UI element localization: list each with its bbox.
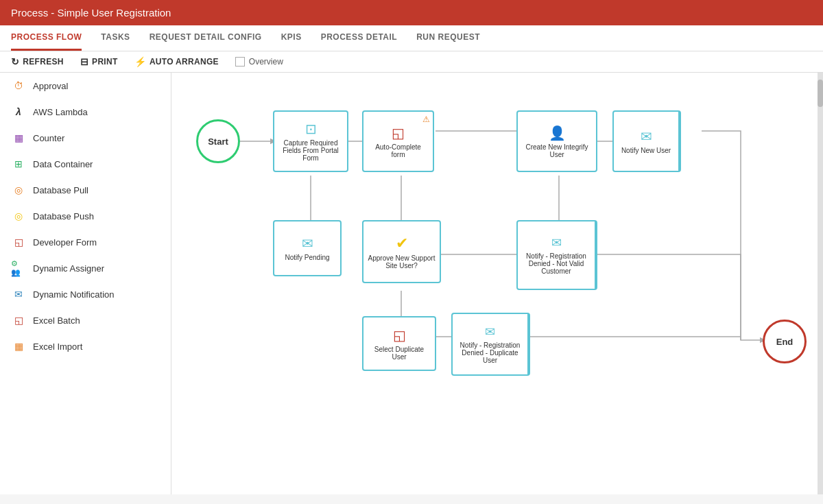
sidebar-item-label: Approval [33,81,68,91]
flow-connectors [171,73,823,494]
print-button[interactable]: ⊟ PRINT [80,56,118,67]
sidebar-item-aws-lambda[interactable]: λ AWS Lambda [0,99,171,125]
notify-denied-dup-icon: ✉ [485,324,495,339]
excel-import-icon: ▦ [11,339,26,354]
create-user-icon: 👤 [549,125,566,141]
sidebar-item-developer-form[interactable]: ◱ Developer Form [0,229,171,255]
node-label: Capture Required Fields From Portal Form [278,139,343,162]
excel-batch-icon: ◱ [11,313,26,328]
select-dup-icon: ◱ [393,327,406,344]
sidebar-item-label: Dynamic Assigner [33,263,104,274]
developer-form-icon: ◱ [11,235,26,250]
sidebar-item-dynamic-notification[interactable]: ✉ Dynamic Notification [0,281,171,307]
notify-denied-invalid-icon: ✉ [551,235,562,250]
scrollbar-thumb[interactable] [818,80,823,107]
node-capture[interactable]: ⊡ Capture Required Fields From Portal Fo… [273,110,348,172]
approve-icon: ✔ [396,235,408,252]
sidebar-item-label: Database Pull [33,185,88,195]
page-header: Process - Simple User Registration [0,0,823,25]
database-pull-icon: ◎ [11,182,26,197]
node-label: Auto-Complete form [368,143,429,158]
node-autocomplete[interactable]: ⚠ ◱ Auto-Complete form [362,110,434,172]
start-label: Start [208,136,228,147]
main-content: ⏱ Approval λ AWS Lambda ▦ Counter ⊞ Data… [0,73,823,494]
refresh-icon: ↻ [11,56,19,67]
node-label: Notify New User [621,147,671,154]
node-start[interactable]: Start [196,119,240,163]
tab-run-request[interactable]: RUN REQUEST [416,25,480,51]
sidebar-item-approval[interactable]: ⏱ Approval [0,73,171,99]
sidebar-item-database-pull[interactable]: ◎ Database Pull [0,177,171,203]
page-title: Process - Simple User Registration [11,7,171,19]
sidebar-item-dynamic-assigner[interactable]: ⚙👥 Dynamic Assigner [0,255,171,281]
approval-icon: ⏱ [11,78,26,93]
tab-kpis[interactable]: KPIS [281,25,302,51]
node-label: Notify Pending [285,254,329,261]
sidebar-item-label: Dynamic Notification [33,289,115,300]
node-select-duplicate[interactable]: ◱ Select Duplicate User [362,316,436,371]
print-icon: ⊟ [80,56,88,67]
refresh-button[interactable]: ↻ REFRESH [11,56,64,67]
data-container-icon: ⊞ [11,156,26,171]
node-label: Notify - Registration Denied - Duplicate… [457,341,523,364]
auto-arrange-button[interactable]: ⚡ AUTO ARRANGE [134,56,219,67]
sidebar-item-label: Developer Form [33,237,97,248]
toolbar: ↻ REFRESH ⊟ PRINT ⚡ AUTO ARRANGE Overvie… [0,51,823,73]
sidebar-item-counter[interactable]: ▦ Counter [0,125,171,151]
node-approve[interactable]: ✔ Approve New Support Site User? [362,220,441,283]
node-label: Approve New Support Site User? [368,254,436,269]
node-end[interactable]: End [763,320,807,363]
tab-process-detail[interactable]: PROCESS DETAIL [321,25,397,51]
node-notify-new[interactable]: ✉ Notify New User [612,110,681,172]
end-label: End [776,337,794,347]
database-push-icon: ◎ [11,208,26,224]
sidebar-item-label: Database Push [33,211,94,221]
sidebar-item-excel-batch[interactable]: ◱ Excel Batch [0,307,171,333]
overview-checkbox[interactable] [235,57,245,67]
notify-pending-icon: ✉ [302,235,313,252]
tab-request-detail-config[interactable]: REQUEST DETAIL CONFIG [150,25,262,51]
warning-icon: ⚠ [422,115,430,124]
sidebar-item-excel-import[interactable]: ▦ Excel Import [0,333,171,359]
node-label: Notify - Registration Denied - Not Valid… [522,252,591,275]
capture-icon: ⊡ [305,121,317,137]
auto-arrange-icon: ⚡ [134,56,146,67]
scrollbar[interactable] [818,73,823,494]
overview-toggle[interactable]: Overview [235,57,283,67]
autocomplete-icon: ◱ [392,125,405,141]
aws-lambda-icon: λ [11,104,26,119]
sidebar-item-label: Excel Import [33,341,82,352]
node-notify-pending[interactable]: ✉ Notify Pending [273,220,342,276]
sidebar-item-data-container[interactable]: ⊞ Data Container [0,151,171,177]
sidebar-item-database-push[interactable]: ◎ Database Push [0,203,171,229]
dynamic-notification-icon: ✉ [11,287,26,302]
sidebar-item-label: Excel Batch [33,315,80,326]
sidebar-item-label: Counter [33,133,64,143]
notify-new-icon: ✉ [641,128,652,145]
tab-tasks[interactable]: TASKS [101,25,130,51]
node-notify-denied-dup[interactable]: ✉ Notify - Registration Denied - Duplica… [451,313,530,376]
node-create-user[interactable]: 👤 Create New Integrify User [516,110,597,172]
sidebar-item-label: AWS Lambda [33,107,88,117]
node-notify-denied-invalid[interactable]: ✉ Notify - Registration Denied - Not Val… [516,220,597,290]
counter-icon: ▦ [11,130,26,145]
node-label: Create New Integrify User [522,143,592,158]
sidebar-item-label: Data Container [33,159,93,169]
sidebar: ⏱ Approval λ AWS Lambda ▦ Counter ⊞ Data… [0,73,171,494]
node-label: Select Duplicate User [368,346,431,361]
dynamic-assigner-icon: ⚙👥 [11,261,26,276]
flow-canvas[interactable]: Start ⊡ Capture Required Fields From Por… [171,73,823,494]
tab-bar: PROCESS FLOW TASKS REQUEST DETAIL CONFIG… [0,25,823,51]
tab-process-flow[interactable]: PROCESS FLOW [11,25,82,51]
